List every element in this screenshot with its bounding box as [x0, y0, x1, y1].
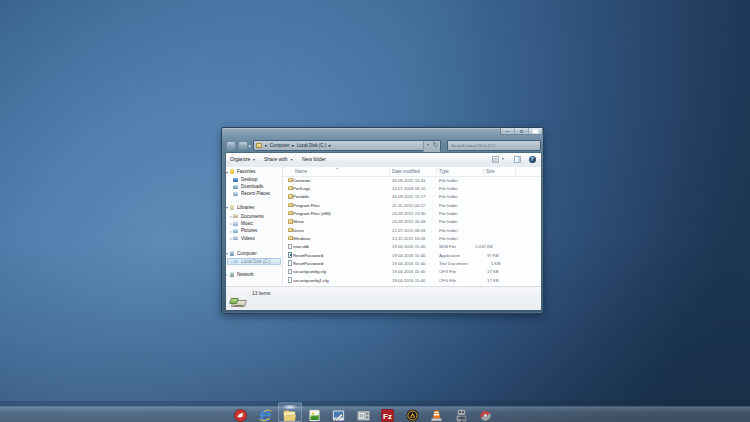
svg-text:Fz: Fz	[383, 411, 392, 420]
